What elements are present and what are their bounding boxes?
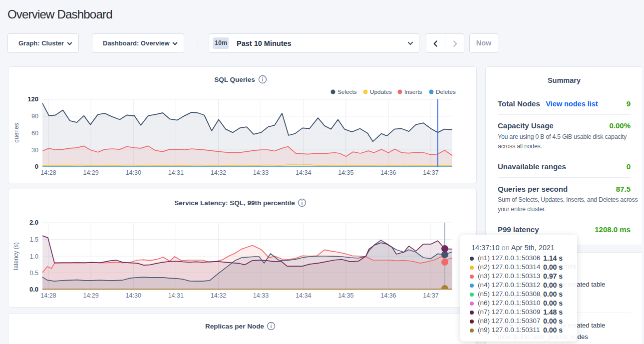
svg-text:latency (s): latency (s) <box>12 242 19 270</box>
svg-text:14:37: 14:37 <box>423 292 438 299</box>
svg-text:14:32: 14:32 <box>211 292 226 299</box>
svg-text:Inserts: Inserts <box>404 88 422 95</box>
svg-text:14:33: 14:33 <box>253 169 269 176</box>
svg-text:14:37: 14:37 <box>423 169 438 176</box>
svg-text:14:29: 14:29 <box>83 169 98 176</box>
svg-text:14:30: 14:30 <box>126 292 141 299</box>
svg-text:14:35: 14:35 <box>338 292 353 299</box>
svg-text:0.5: 0.5 <box>30 270 38 277</box>
svg-text:14:28: 14:28 <box>40 169 56 176</box>
svg-text:Deletes: Deletes <box>436 88 456 95</box>
svg-text:SQL Queries: SQL Queries <box>214 76 255 83</box>
svg-text:0.0: 0.0 <box>29 286 38 293</box>
svg-text:queries: queries <box>13 123 20 142</box>
svg-text:2.0: 2.0 <box>29 219 38 226</box>
svg-text:14:28: 14:28 <box>40 292 56 299</box>
svg-text:1.0: 1.0 <box>30 253 38 260</box>
svg-text:1.5: 1.5 <box>30 236 38 243</box>
svg-text:14:31: 14:31 <box>168 169 184 176</box>
svg-text:Selects: Selects <box>337 88 357 95</box>
svg-text:14:34: 14:34 <box>296 292 311 299</box>
svg-text:Service Latency: SQL, 99th per: Service Latency: SQL, 99th percentile <box>174 199 295 207</box>
svg-text:14:34: 14:34 <box>296 169 311 176</box>
svg-text:Updates: Updates <box>370 88 392 95</box>
svg-text:14:36: 14:36 <box>380 292 396 299</box>
svg-text:14:32: 14:32 <box>211 169 226 176</box>
svg-text:14:30: 14:30 <box>126 169 141 176</box>
svg-text:14:29: 14:29 <box>83 292 98 299</box>
svg-text:14:36: 14:36 <box>380 169 396 176</box>
svg-text:60: 60 <box>31 130 38 137</box>
svg-text:14:33: 14:33 <box>253 292 269 299</box>
svg-text:30: 30 <box>31 147 38 154</box>
svg-text:Replicas per Node: Replicas per Node <box>205 323 264 330</box>
svg-text:14:35: 14:35 <box>338 169 353 176</box>
svg-text:120: 120 <box>27 95 38 103</box>
svg-text:90: 90 <box>31 113 38 120</box>
svg-text:0: 0 <box>35 163 38 170</box>
svg-text:14:31: 14:31 <box>168 292 184 299</box>
